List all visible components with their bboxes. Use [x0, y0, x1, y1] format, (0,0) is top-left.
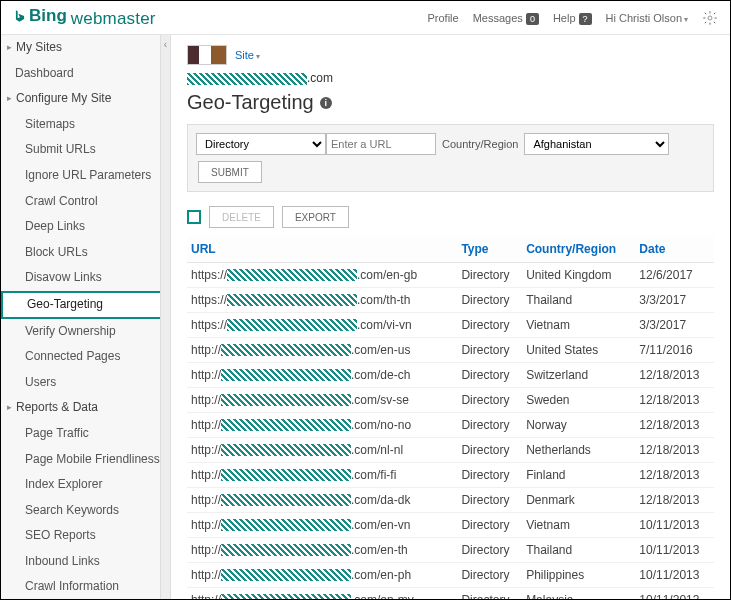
- table-row[interactable]: http://.com/en-phDirectoryPhilippines10/…: [187, 563, 714, 588]
- nav-messages[interactable]: Messages 0: [473, 12, 539, 24]
- nav-user[interactable]: Hi Christi Olson▾: [606, 12, 688, 24]
- sidebar-collapse[interactable]: ‹: [160, 35, 170, 599]
- sidebar-item[interactable]: Geo-Targeting: [1, 291, 170, 319]
- col-url[interactable]: URL: [187, 236, 457, 263]
- url-input[interactable]: [326, 133, 436, 155]
- table-row[interactable]: http://.com/en-usDirectoryUnited States7…: [187, 338, 714, 363]
- delete-button[interactable]: DELETE: [209, 206, 274, 228]
- site-url: .com: [187, 71, 714, 85]
- table-row[interactable]: http://.com/sv-seDirectorySweden12/18/20…: [187, 388, 714, 413]
- page-title: Geo-Targeting i: [187, 91, 714, 114]
- table-row[interactable]: https://.com/th-thDirectoryThailand3/3/2…: [187, 288, 714, 313]
- sidebar-item[interactable]: Search Keywords: [1, 498, 170, 524]
- table-row[interactable]: https://.com/en-gbDirectoryUnited Kingdo…: [187, 263, 714, 288]
- sidebar-item[interactable]: My Sites: [1, 35, 170, 61]
- redacted-host: [221, 419, 351, 431]
- topbar: Bing webmaster Profile Messages 0 Help ?…: [1, 1, 730, 35]
- redacted-host: [221, 394, 351, 406]
- col-region[interactable]: Country/Region: [522, 236, 635, 263]
- sidebar-item[interactable]: Submit URLs: [1, 137, 170, 163]
- redacted-host: [221, 369, 351, 381]
- redacted-host: [221, 469, 351, 481]
- messages-badge: 0: [526, 13, 539, 25]
- sidebar-item[interactable]: Connected Pages: [1, 344, 170, 370]
- sidebar-item[interactable]: Crawl Information: [1, 574, 170, 599]
- table-row[interactable]: http://.com/da-dkDirectoryDenmark12/18/2…: [187, 488, 714, 513]
- content: Site▾ .com Geo-Targeting i Directory Cou…: [171, 35, 730, 599]
- redacted-host: [221, 519, 351, 531]
- help-badge: ?: [579, 13, 592, 25]
- sidebar-item[interactable]: Ignore URL Parameters: [1, 163, 170, 189]
- nav-help[interactable]: Help ?: [553, 12, 592, 24]
- scope-select[interactable]: Directory: [196, 133, 326, 155]
- geo-table: URL Type Country/Region Date https://.co…: [187, 236, 714, 599]
- nav-profile[interactable]: Profile: [427, 12, 458, 24]
- sidebar-item[interactable]: Block URLs: [1, 240, 170, 266]
- redacted-host: [221, 594, 351, 599]
- redacted-host: [221, 544, 351, 556]
- brand-logo[interactable]: Bing webmaster: [13, 6, 156, 29]
- sidebar-item[interactable]: Verify Ownership: [1, 319, 170, 345]
- region-label: Country/Region: [442, 138, 518, 150]
- geo-form: Directory Country/Region Afghanistan SUB…: [187, 124, 714, 192]
- brand-product: webmaster: [71, 9, 156, 29]
- table-row[interactable]: http://.com/en-vnDirectoryVietnam10/11/2…: [187, 513, 714, 538]
- sidebar-item[interactable]: Page Mobile Friendliness: [1, 447, 170, 473]
- redacted-host: [221, 494, 351, 506]
- submit-button[interactable]: SUBMIT: [198, 161, 262, 183]
- sidebar-item[interactable]: Users: [1, 370, 170, 396]
- sidebar-item[interactable]: Index Explorer: [1, 472, 170, 498]
- bing-icon: [13, 8, 27, 24]
- col-type[interactable]: Type: [457, 236, 522, 263]
- redacted-host: [221, 344, 351, 356]
- sidebar-item[interactable]: Inbound Links: [1, 549, 170, 575]
- table-row[interactable]: http://.com/fi-fiDirectoryFinland12/18/2…: [187, 463, 714, 488]
- table-row[interactable]: http://.com/de-chDirectorySwitzerland12/…: [187, 363, 714, 388]
- select-all-checkbox[interactable]: [187, 210, 201, 224]
- svg-point-0: [708, 16, 712, 20]
- table-row[interactable]: http://.com/en-myDirectoryMalaysia10/11/…: [187, 588, 714, 600]
- redacted-host: [221, 569, 351, 581]
- sidebar: My SitesDashboardConfigure My SiteSitema…: [1, 35, 171, 599]
- redacted-host: [187, 73, 307, 85]
- redacted-host: [227, 294, 357, 306]
- sidebar-item[interactable]: Configure My Site: [1, 86, 170, 112]
- sidebar-item[interactable]: SEO Reports: [1, 523, 170, 549]
- col-date[interactable]: Date: [635, 236, 714, 263]
- chevron-down-icon: ▾: [256, 52, 260, 61]
- chevron-down-icon: ▾: [684, 15, 688, 24]
- redacted-host: [227, 319, 357, 331]
- export-button[interactable]: EXPORT: [282, 206, 349, 228]
- brand-bing: Bing: [29, 6, 67, 26]
- sidebar-item[interactable]: Page Traffic: [1, 421, 170, 447]
- info-icon[interactable]: i: [320, 97, 332, 109]
- gear-icon[interactable]: [702, 10, 718, 26]
- table-row[interactable]: http://.com/en-thDirectoryThailand10/11/…: [187, 538, 714, 563]
- sidebar-item[interactable]: Disavow Links: [1, 265, 170, 291]
- sidebar-item[interactable]: Crawl Control: [1, 189, 170, 215]
- sidebar-item[interactable]: Reports & Data: [1, 395, 170, 421]
- redacted-host: [221, 444, 351, 456]
- table-row[interactable]: https://.com/vi-vnDirectoryVietnam3/3/20…: [187, 313, 714, 338]
- table-row[interactable]: http://.com/nl-nlDirectoryNetherlands12/…: [187, 438, 714, 463]
- site-thumbnail: [187, 45, 227, 65]
- sidebar-item[interactable]: Deep Links: [1, 214, 170, 240]
- redacted-host: [227, 269, 357, 281]
- table-row[interactable]: http://.com/no-noDirectoryNorway12/18/20…: [187, 413, 714, 438]
- site-selector[interactable]: Site▾: [235, 48, 260, 62]
- country-select[interactable]: Afghanistan: [524, 133, 669, 155]
- sidebar-item[interactable]: Sitemaps: [1, 112, 170, 138]
- sidebar-item[interactable]: Dashboard: [1, 61, 170, 87]
